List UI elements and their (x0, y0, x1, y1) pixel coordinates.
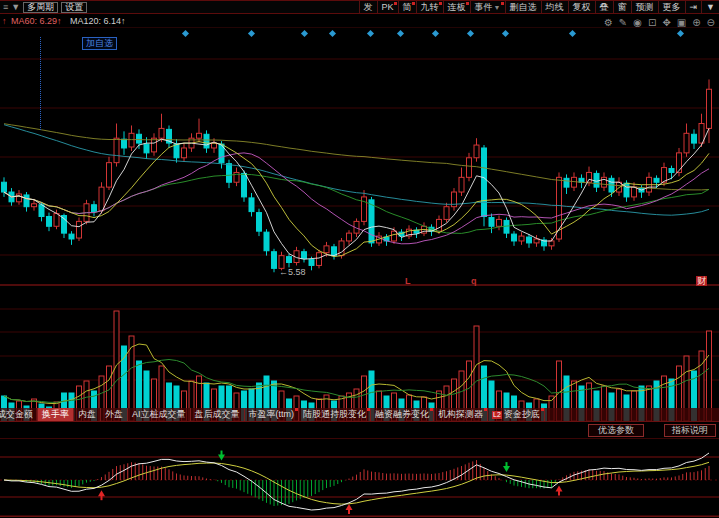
event-diamond-marker[interactable] (502, 30, 509, 37)
candle[interactable] (24, 195, 29, 207)
candle[interactable] (99, 187, 104, 210)
tab-4[interactable]: AI立桩成交量 (128, 408, 191, 421)
candle[interactable] (227, 164, 232, 183)
candle[interactable] (92, 205, 97, 212)
candle[interactable] (527, 237, 532, 243)
candle[interactable] (512, 234, 517, 241)
menu-item-12[interactable]: 更多 (658, 1, 685, 13)
candle[interactable] (272, 252, 277, 269)
candle[interactable] (257, 213, 262, 232)
volume-bar[interactable] (474, 326, 479, 421)
menu-item-4[interactable]: 连板 (443, 1, 470, 13)
candle[interactable] (519, 236, 524, 241)
candle[interactable] (489, 217, 494, 226)
tab-6[interactable]: 市盈率(ttm) (245, 408, 300, 421)
zoom-in-icon[interactable]: ⊕ (692, 18, 700, 28)
event-diamond-marker[interactable] (367, 30, 374, 37)
chevron-down-icon[interactable]: ▼ (11, 2, 20, 12)
candle[interactable] (39, 205, 44, 217)
candle[interactable] (692, 134, 697, 143)
candle[interactable] (159, 128, 164, 138)
candle[interactable] (467, 158, 472, 178)
candle[interactable] (564, 178, 569, 187)
menu-item-11[interactable]: 预测 (631, 1, 658, 13)
candle[interactable] (152, 138, 157, 152)
event-diamond-marker[interactable] (301, 30, 308, 37)
tab-9[interactable]: 机构探测器 (434, 408, 488, 421)
candle[interactable] (17, 194, 22, 202)
candle[interactable] (32, 204, 37, 207)
menu-item-9[interactable]: 叠 (595, 1, 613, 13)
settings-button[interactable]: 设置 (61, 2, 87, 13)
hand-icon[interactable]: ✥ (662, 18, 670, 28)
candle[interactable] (174, 144, 179, 158)
event-letter-marker[interactable]: L (405, 276, 411, 286)
event-diamond-marker[interactable] (329, 30, 336, 37)
candle[interactable] (69, 234, 74, 239)
price-candlestick-pane[interactable]: ←5.58 (0, 46, 719, 286)
menu-item-0[interactable]: 发 (359, 1, 377, 13)
event-diamond-marker[interactable] (467, 30, 474, 37)
event-diamond-marker[interactable] (569, 30, 576, 37)
candle[interactable] (54, 214, 59, 227)
menu-item-10[interactable]: 窗 (613, 1, 631, 13)
candle[interactable] (122, 139, 127, 148)
candle[interactable] (369, 200, 374, 243)
menu-item-7[interactable]: 均线 (541, 1, 568, 13)
screenshot-icon[interactable]: ⊡ (648, 18, 656, 28)
candle[interactable] (684, 133, 689, 153)
menu-item-6[interactable]: 删自选 (505, 1, 541, 13)
tab-5[interactable]: 盘后成交量 (191, 408, 245, 421)
tab-8[interactable]: 融资融券变化 (371, 408, 434, 421)
candle[interactable] (474, 145, 479, 158)
candle[interactable] (587, 172, 592, 182)
candle[interactable] (137, 134, 142, 143)
dropdown-icon[interactable]: ▼ (701, 1, 719, 13)
candle[interactable] (182, 148, 187, 158)
candle[interactable] (287, 257, 292, 263)
candle[interactable] (347, 233, 352, 241)
event-letter-marker[interactable]: 财 (696, 276, 707, 286)
candle[interactable] (2, 182, 7, 192)
window-icon[interactable]: ▣ (677, 18, 686, 28)
tab-0[interactable]: 成交金额 (0, 408, 38, 421)
candle[interactable] (669, 169, 674, 173)
event-diamond-marker[interactable] (432, 30, 439, 37)
candle[interactable] (482, 148, 487, 217)
candle[interactable] (197, 133, 202, 138)
indicator-help-button[interactable]: 指标说明 (664, 424, 716, 437)
macd-pane[interactable] (0, 440, 719, 517)
candle[interactable] (654, 178, 659, 182)
event-letter-marker[interactable]: q (471, 276, 477, 286)
gear-icon[interactable]: ⚙ (604, 18, 613, 28)
candle[interactable] (677, 153, 682, 173)
candle[interactable] (624, 183, 629, 197)
candle[interactable] (444, 207, 449, 220)
candle[interactable] (437, 219, 442, 231)
candle[interactable] (707, 89, 712, 128)
candle[interactable] (264, 232, 269, 251)
candle[interactable] (77, 221, 82, 238)
candle[interactable] (309, 260, 314, 266)
hamburger-menu-icon[interactable]: ≡ (3, 2, 8, 12)
candle[interactable] (534, 239, 539, 243)
event-diamond-marker[interactable] (182, 30, 189, 37)
menu-item-5[interactable]: 事件▼ (470, 1, 505, 13)
candle[interactable] (549, 241, 554, 246)
candle[interactable] (107, 163, 112, 187)
menu-item-3[interactable]: 九转 (416, 1, 443, 13)
event-diamond-marker[interactable] (677, 30, 684, 37)
tab-3[interactable]: 外盘 (101, 408, 128, 421)
tab-2[interactable]: 内盘 (74, 408, 101, 421)
candle[interactable] (129, 133, 134, 147)
tab-7[interactable]: 陆股通持股变化 (299, 408, 371, 421)
pencil-icon[interactable]: ✎ (619, 18, 627, 28)
candle[interactable] (497, 219, 502, 226)
menu-item-1[interactable]: PK (377, 1, 398, 13)
menu-item-8[interactable]: 复权 (568, 1, 595, 13)
candle[interactable] (632, 187, 637, 197)
candle[interactable] (47, 216, 52, 226)
candle[interactable] (317, 253, 322, 266)
volume-pane[interactable] (0, 287, 719, 421)
menu-item-2[interactable]: 简 (398, 1, 416, 13)
